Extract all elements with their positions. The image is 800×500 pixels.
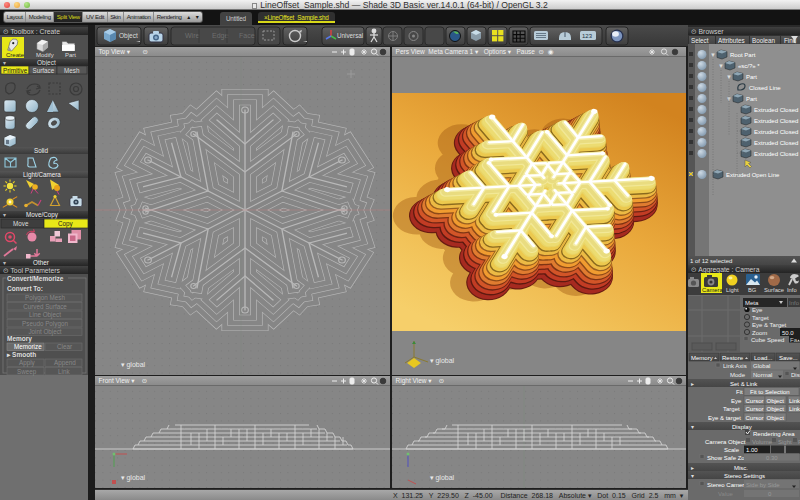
svg-text:Eye: Eye	[731, 398, 742, 404]
svg-text:Surface: Surface	[33, 67, 55, 74]
svg-text:Part: Part	[746, 96, 757, 102]
svg-text:▼: ▼	[710, 52, 716, 58]
svg-text:Set & Link: Set & Link	[730, 381, 758, 387]
svg-text:Polygon Mesh: Polygon Mesh	[25, 294, 65, 302]
svg-text:⊙ Tool Parameters: ⊙ Tool Parameters	[3, 267, 61, 274]
svg-text:Load...: Load...	[754, 355, 773, 361]
svg-text:Sweep: Sweep	[17, 368, 37, 376]
svg-text:▸ Smooth: ▸ Smooth	[6, 351, 36, 358]
svg-text:0.30: 0.30	[766, 455, 778, 461]
svg-text:Attributes: Attributes	[718, 37, 745, 44]
svg-text:Modify: Modify	[36, 52, 54, 58]
svg-text:Light/Camera: Light/Camera	[23, 171, 61, 179]
svg-text:Side by Side: Side by Side	[746, 482, 780, 488]
svg-text:Light: Light	[726, 287, 739, 293]
svg-text:Extruded Closed: Extruded Closed	[754, 129, 798, 135]
svg-text:Mode: Mode	[730, 372, 746, 378]
svg-text:Memory: Memory	[7, 335, 32, 343]
svg-text:Extruded Closed: Extruded Closed	[754, 107, 798, 113]
svg-text:Target: Target	[723, 406, 740, 412]
svg-text:⊙ Toolbox : Create: ⊙ Toolbox : Create	[3, 28, 60, 35]
svg-text:1.00: 1.00	[746, 447, 758, 453]
svg-text:▼: ▼	[726, 74, 732, 80]
svg-text:Object: Object	[767, 398, 785, 404]
svg-text:Misc.: Misc.	[734, 465, 748, 471]
svg-text:⊙ Aggregate : Camera: ⊙ Aggregate : Camera	[691, 266, 760, 274]
svg-text:50.0: 50.0	[782, 330, 794, 336]
svg-text:Camera Object: Camera Object	[705, 439, 746, 445]
svg-text:Memory: Memory	[691, 355, 713, 361]
svg-text:Move/Copy: Move/Copy	[26, 211, 59, 219]
svg-text:Eye & target: Eye & target	[708, 415, 741, 421]
svg-text:Link: Link	[789, 406, 800, 412]
svg-text:Extruded Closed: Extruded Closed	[754, 140, 798, 146]
svg-text:Select: Select	[691, 37, 709, 44]
svg-text:Distant: Distant	[791, 372, 800, 378]
svg-text:Boolean: Boolean	[752, 37, 776, 44]
svg-text:Universal: Universal	[337, 32, 363, 39]
svg-text:Other: Other	[33, 259, 49, 266]
svg-text:Sight: Sight	[778, 439, 792, 445]
svg-text:Convert To:: Convert To:	[7, 285, 43, 292]
svg-text:Zoom: Zoom	[752, 330, 767, 336]
svg-text:▾: ▾	[691, 473, 694, 479]
svg-text:▾: ▾	[3, 212, 6, 218]
svg-text:Extruded Closed: Extruded Closed	[754, 118, 798, 124]
svg-text:Extruded Closed: Extruded Closed	[754, 151, 798, 157]
svg-text:Root Part: Root Part	[730, 52, 756, 58]
svg-text:Scale: Scale	[724, 447, 740, 453]
svg-text:▼: ▼	[718, 63, 724, 69]
svg-text:Save...: Save...	[779, 355, 798, 361]
svg-text:Rendering Area: Rendering Area	[753, 431, 795, 437]
svg-text:Curved Surface: Curved Surface	[23, 303, 67, 310]
svg-text:Part: Part	[65, 52, 76, 58]
svg-text:1 of 12 selected: 1 of 12 selected	[690, 258, 732, 264]
svg-text:Meta: Meta	[745, 300, 759, 306]
svg-text:Fit to Selection: Fit to Selection	[750, 389, 790, 395]
svg-text:Closed Line: Closed Line	[749, 85, 781, 91]
svg-text:▾: ▾	[3, 260, 6, 266]
svg-text:Primitive: Primitive	[3, 67, 28, 74]
svg-text:Restore: Restore	[722, 355, 744, 361]
svg-text:Target: Target	[752, 315, 769, 321]
svg-text:Face: Face	[239, 32, 255, 39]
svg-text:Object: Object	[119, 32, 138, 40]
svg-text:Convert/Memorize: Convert/Memorize	[7, 275, 64, 282]
svg-text:Solid: Solid	[34, 147, 48, 154]
svg-text:Global: Global	[753, 363, 770, 369]
svg-text:Pseudo Polygon: Pseudo Polygon	[22, 320, 68, 328]
svg-text:⊙ Browser: ⊙ Browser	[691, 28, 724, 35]
svg-text:Copy: Copy	[58, 220, 74, 228]
svg-text:Stereo Settings: Stereo Settings	[724, 473, 765, 479]
svg-text:Cursor: Cursor	[746, 415, 764, 421]
svg-text:Create: Create	[6, 52, 25, 58]
svg-text:Camera: Camera	[702, 287, 723, 293]
svg-text:Link Axis: Link Axis	[723, 363, 747, 369]
svg-text:Mesh: Mesh	[64, 67, 80, 74]
svg-text:Link: Link	[789, 398, 800, 404]
svg-text:Extruded Open Line: Extruded Open Line	[726, 172, 780, 178]
svg-text:Object: Object	[767, 406, 785, 412]
svg-text:▸: ▸	[691, 381, 694, 387]
svg-text:Line Object: Line Object	[29, 311, 61, 319]
svg-text:Info: Info	[787, 287, 797, 293]
svg-text:123: 123	[582, 33, 593, 39]
svg-text:Joint Object: Joint Object	[28, 328, 61, 336]
svg-text:Surface: Surface	[764, 287, 784, 293]
svg-text:Wire: Wire	[185, 32, 199, 39]
svg-text:BG: BG	[748, 287, 757, 293]
svg-text:▾: ▾	[691, 424, 694, 430]
svg-text:Link: Link	[58, 368, 70, 375]
svg-text:Move: Move	[13, 220, 29, 227]
svg-text:▾: ▾	[3, 60, 6, 66]
svg-text:Cursor: Cursor	[746, 398, 764, 404]
svg-text:Append: Append	[54, 359, 76, 367]
svg-text:«sc/?» *: «sc/?» *	[738, 63, 760, 69]
svg-text:Fa: Fa	[790, 337, 798, 343]
svg-text:Info: Info	[789, 300, 800, 306]
svg-text:Cube Speed: Cube Speed	[751, 337, 784, 343]
svg-text:Memorize: Memorize	[14, 343, 42, 350]
svg-text:Stereo Camera: Stereo Camera	[707, 482, 748, 488]
svg-text:Edge: Edge	[212, 32, 228, 40]
svg-text:Apply: Apply	[19, 359, 36, 367]
